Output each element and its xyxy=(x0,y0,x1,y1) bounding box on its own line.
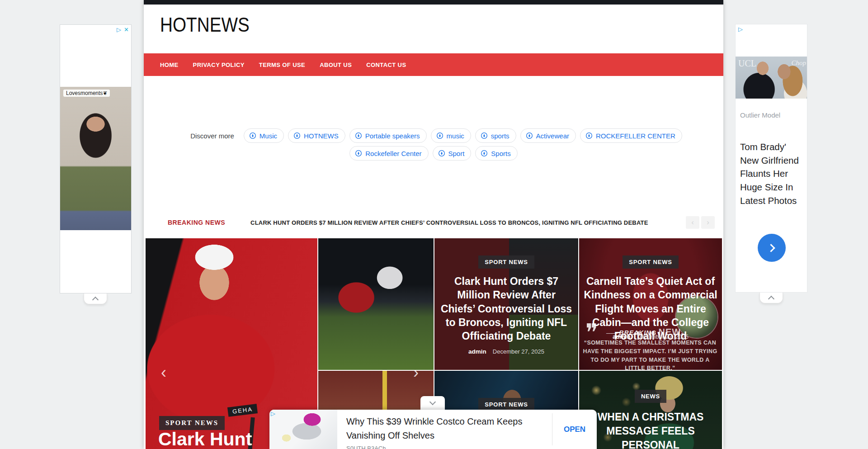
clark-hunt-article-card[interactable]: SPORT NEWS Clark Hunt Orders $7 Million … xyxy=(434,238,578,370)
explore-icon xyxy=(481,150,488,157)
category-badge[interactable]: SPORT NEWS xyxy=(478,398,534,411)
tag-label: Sport xyxy=(448,150,465,157)
ad-headline[interactable]: Tom Brady' New Girlfriend Flaunts Her Hu… xyxy=(740,140,806,208)
explore-icon xyxy=(585,132,593,139)
ad-photo-frame: Lovesmoments❦ xyxy=(60,87,131,230)
tag-activewear[interactable]: Activewear xyxy=(520,128,576,143)
top-black-bar xyxy=(144,0,723,5)
category-badge[interactable]: SPORT NEWS xyxy=(159,416,225,430)
ad-brand-label: Lovesmoments❦ xyxy=(63,90,110,97)
adchoices-icon[interactable]: ▷ xyxy=(738,26,743,32)
ad-text-block: Why This $39 Wrinkle Costco Cream Keeps … xyxy=(346,415,554,449)
left-sidebar-ad[interactable]: ▷ ✕ Lovesmoments❦ xyxy=(60,24,132,293)
tag-label: ROCKEFELLER CENTER xyxy=(596,132,675,140)
tag-label: Rockefeller Center xyxy=(365,150,421,157)
tag-sport[interactable]: Sport xyxy=(433,146,472,161)
card-content: SPORT NEWS Clark Hunt Orders $7 Million … xyxy=(434,238,578,370)
article-date: December 27, 2025 xyxy=(637,333,689,340)
tackle-photo xyxy=(318,238,434,370)
chevron-right-icon xyxy=(767,244,775,252)
ad-open-button[interactable]: OPEN xyxy=(552,410,597,449)
article-title[interactable]: WHEN A CHRISTMAS MESSAGE FEELS PERSONAL … xyxy=(584,410,717,449)
ad-product-photo-frame xyxy=(269,410,337,449)
author-link[interactable]: admin xyxy=(613,333,631,340)
dolly-parton-article-card[interactable]: NEWS WHEN A CHRISTMAS MESSAGE FEELS PERS… xyxy=(579,371,722,449)
chevron-left-icon: ‹ xyxy=(691,218,694,227)
explore-icon xyxy=(438,150,445,157)
explore-icon xyxy=(355,132,362,139)
breaking-news-bar: BREAKING NEWS CLARK HUNT ORDERS $7 MILLI… xyxy=(168,213,715,232)
tag-row-2: Rockefeller Center Sport Sports xyxy=(349,146,517,161)
tag-portable-speakers[interactable]: Portable speakers xyxy=(349,128,427,143)
tag-rockefeller-center-caps[interactable]: ROCKEFELLER CENTER xyxy=(580,128,682,143)
tag-sports[interactable]: Sports xyxy=(475,146,517,161)
explore-icon xyxy=(355,150,362,157)
anchor-ad-collapse-button[interactable] xyxy=(420,396,445,410)
anchor-ad[interactable]: ▷ Why This $39 Wrinkle Costco Cream Keep… xyxy=(269,410,597,449)
ad-close-icon[interactable]: ✕ xyxy=(124,27,129,33)
article-title[interactable]: Clark Hunt Orders $7 Million Review Afte… xyxy=(439,274,574,343)
tag-music-lower[interactable]: music xyxy=(431,128,471,143)
nav-item-contact-us[interactable]: CONTACT US xyxy=(366,61,406,68)
ad-advertiser: S0UTH B3ACh xyxy=(346,445,554,449)
card-content: NEWS WHEN A CHRISTMAS MESSAGE FEELS PERS… xyxy=(579,371,722,449)
main-column: HOTNEWS HOME PRIVACY POLICY TERMS OF USE… xyxy=(144,0,723,449)
right-sidebar-ad[interactable]: ▷ UCL Chop Outlier Model Tom Brady' New … xyxy=(735,24,807,293)
card-content: SPORT NEWS Carnell Tate’s Quiet Act of K… xyxy=(579,238,722,370)
breaking-news-label: BREAKING NEWS xyxy=(168,219,225,226)
title-line-1: WHEN A CHRISTMAS xyxy=(584,410,717,424)
explore-icon xyxy=(436,132,443,139)
ad-cta-button[interactable] xyxy=(758,234,786,262)
tag-music[interactable]: Music xyxy=(244,128,284,143)
tag-row-1: Discover more Music HOTNEWS Portable spe… xyxy=(185,128,682,143)
category-badge[interactable]: SPORT NEWS xyxy=(623,255,678,269)
tag-label: Activewear xyxy=(536,132,569,140)
category-badge[interactable]: NEWS xyxy=(635,390,666,403)
nav-item-terms-of-use[interactable]: TERMS OF USE xyxy=(259,61,305,68)
chevron-up-icon xyxy=(92,297,99,303)
discover-more-widget: Discover more Music HOTNEWS Portable spe… xyxy=(144,128,723,161)
adchoices-icon[interactable]: ▷ xyxy=(271,411,275,416)
chevron-up-icon xyxy=(768,296,774,302)
woman-photo xyxy=(60,87,131,230)
left-ad-collapse-button[interactable] xyxy=(84,293,107,304)
ad-headline[interactable]: Why This $39 Wrinkle Costco Cream Keeps … xyxy=(346,415,554,443)
title-line-2: MESSAGE FEELS PERSONAL xyxy=(584,424,717,449)
nav-item-about-us[interactable]: ABOUT US xyxy=(320,61,352,68)
ticker-next-button[interactable]: › xyxy=(701,216,715,229)
ticker-prev-button[interactable]: ‹ xyxy=(686,216,699,229)
explore-icon xyxy=(293,132,301,139)
carnell-tate-article-card[interactable]: ❞ —— BREAKING NEWS “SOMETIMES THE SMALLE… xyxy=(579,238,722,370)
explore-icon xyxy=(481,132,488,139)
tackle-photo-tile[interactable] xyxy=(318,238,434,370)
tag-sports-lower[interactable]: sports xyxy=(475,128,516,143)
tag-label: sports xyxy=(491,132,509,140)
breaking-news-headline[interactable]: CLARK HUNT ORDERS $7 MILLION REVIEW AFTE… xyxy=(250,219,684,226)
explore-icon xyxy=(249,132,256,139)
tag-rockefeller-center[interactable]: Rockefeller Center xyxy=(349,146,428,161)
tag-hotnews[interactable]: HOTNEWS xyxy=(288,128,345,143)
article-meta: admin December 27, 2025 xyxy=(613,333,689,340)
nav-item-home[interactable]: HOME xyxy=(160,61,179,68)
right-ad-collapse-button[interactable] xyxy=(760,293,783,303)
chevron-right-icon: › xyxy=(707,218,709,227)
tag-label: Music xyxy=(259,132,277,140)
category-badge[interactable]: SPORT NEWS xyxy=(478,255,534,269)
adchoices-icon[interactable]: ▷ xyxy=(117,27,121,33)
explore-icon xyxy=(526,132,533,139)
slider-next-arrow[interactable]: › xyxy=(413,364,419,381)
author-link[interactable]: admin xyxy=(468,348,486,355)
page: HOTNEWS HOME PRIVACY POLICY TERMS OF USE… xyxy=(0,0,868,449)
main-navigation: HOME PRIVACY POLICY TERMS OF USE ABOUT U… xyxy=(144,53,723,76)
tag-label: Sports xyxy=(491,150,510,157)
site-logo[interactable]: HOTNEWS xyxy=(160,14,250,36)
slider-prev-arrow[interactable]: ‹ xyxy=(161,364,166,381)
tag-label: music xyxy=(447,132,464,140)
article-meta: admin December 27, 2025 xyxy=(468,348,544,355)
nav-item-privacy-policy[interactable]: PRIVACY POLICY xyxy=(193,61,245,68)
ad-photo-frame: UCL Chop xyxy=(736,57,807,99)
chevron-down-icon xyxy=(429,399,436,405)
cream-tube-photo xyxy=(269,410,337,449)
backdrop-text: UCL xyxy=(738,58,756,69)
article-date: December 27, 2025 xyxy=(493,348,544,355)
